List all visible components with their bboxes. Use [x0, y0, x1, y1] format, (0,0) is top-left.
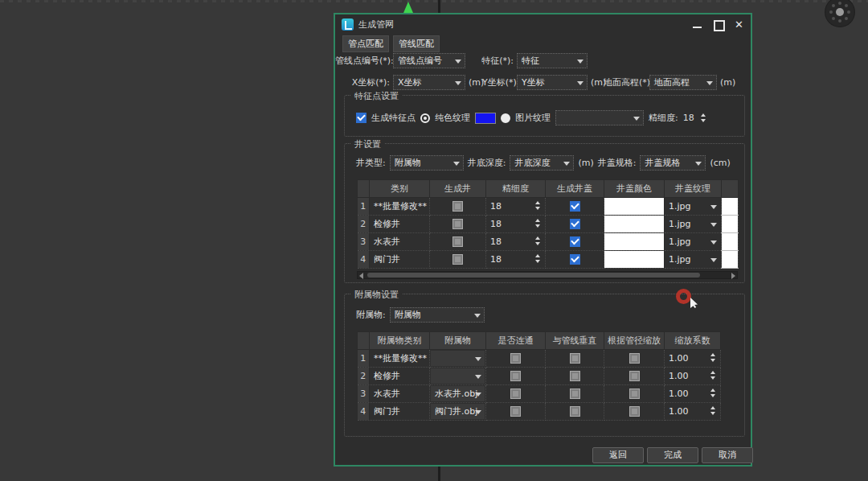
- appendage-table-row: 4 阀门井 阀门井.obj 1.00: [358, 403, 721, 421]
- fineness-spinner[interactable]: [699, 113, 707, 122]
- scale-by-diameter-checkbox[interactable]: [629, 353, 640, 364]
- cover-color-cell[interactable]: [604, 198, 665, 216]
- col-scale-by-diameter: 根据管径缩放: [604, 332, 665, 350]
- scroll-left-icon[interactable]: [359, 273, 363, 279]
- y-coord-select[interactable]: Y坐标: [517, 75, 588, 90]
- fineness-label: 精细度:: [649, 112, 678, 124]
- generate-well-checkbox[interactable]: [452, 201, 463, 212]
- fineness-value: 18: [683, 113, 694, 123]
- cancel-button[interactable]: 取消: [702, 447, 753, 463]
- chevron-down-icon: [710, 240, 717, 245]
- model-select[interactable]: [431, 368, 485, 384]
- connected-checkbox[interactable]: [510, 371, 521, 381]
- scale-spinner[interactable]: [709, 353, 717, 362]
- connected-checkbox[interactable]: [510, 388, 521, 399]
- chevron-down-icon: [475, 410, 481, 414]
- perpendicular-checkbox[interactable]: [570, 371, 580, 381]
- maximize-icon[interactable]: [713, 19, 723, 30]
- cover-spec-select[interactable]: 井盖规格: [640, 155, 706, 171]
- row-number: 2: [358, 368, 370, 385]
- generate-cover-checkbox[interactable]: [570, 201, 580, 212]
- scroll-right-icon[interactable]: [731, 273, 735, 279]
- generate-feature-checkbox[interactable]: [356, 113, 366, 123]
- model-select[interactable]: 阀门井.obj: [431, 404, 485, 419]
- perpendicular-checkbox[interactable]: [570, 406, 580, 417]
- image-texture-radio[interactable]: [501, 113, 510, 123]
- image-texture-select[interactable]: [555, 110, 644, 125]
- cover-texture-select[interactable]: 1.jpg: [665, 216, 722, 233]
- navigation-compass-widget[interactable]: [825, 0, 854, 27]
- cover-color-cell[interactable]: [604, 251, 665, 269]
- perpendicular-checkbox[interactable]: [570, 388, 580, 399]
- model-select[interactable]: 水表井.obj: [431, 386, 485, 401]
- perpendicular-checkbox[interactable]: [570, 353, 580, 364]
- tab-point-match[interactable]: 管点匹配: [342, 35, 389, 52]
- generate-cover-checkbox[interactable]: [570, 219, 580, 229]
- finish-button[interactable]: 完成: [647, 447, 698, 463]
- fineness-spinner[interactable]: [534, 236, 542, 245]
- solid-color-swatch[interactable]: [475, 113, 496, 124]
- model-select[interactable]: [431, 351, 485, 366]
- cover-spec-label: 井盖规格:: [598, 157, 637, 169]
- row-number: 1: [358, 198, 370, 216]
- generate-cover-checkbox[interactable]: [570, 254, 580, 265]
- well-table: 类别 生成井 精细度 生成井盖 井盖颜色 井盖纹理 1 **批量修改** 18 …: [357, 179, 739, 269]
- depth-select[interactable]: 井底深度: [510, 155, 574, 171]
- close-icon[interactable]: ✕: [734, 19, 744, 30]
- cover-color-cell[interactable]: [604, 233, 665, 251]
- scale-spinner[interactable]: [709, 388, 717, 397]
- scale-factor-cell: 1.00: [669, 371, 689, 381]
- back-button[interactable]: 返回: [592, 447, 644, 463]
- chevron-down-icon: [563, 162, 570, 166]
- scale-by-diameter-checkbox[interactable]: [629, 388, 640, 399]
- row-number: 4: [358, 403, 370, 421]
- category-cell: 阀门井: [370, 251, 430, 269]
- well-type-label: 井类型:: [356, 157, 386, 169]
- fineness-spinner[interactable]: [534, 219, 542, 228]
- scale-spinner[interactable]: [709, 406, 717, 415]
- appendage-table-row: 1 **批量修改** 1.00: [358, 350, 721, 368]
- horizontal-scrollbar[interactable]: [357, 271, 738, 279]
- map-grid-dashes: [0, 0, 868, 2]
- titlebar[interactable]: 生成管网 ✕: [335, 14, 751, 34]
- category-cell: **批量修改**: [370, 350, 430, 368]
- tab-line-match[interactable]: 管线匹配: [393, 35, 440, 52]
- chevron-down-icon: [577, 60, 583, 64]
- chevron-down-icon: [475, 393, 481, 397]
- generate-well-checkbox[interactable]: [452, 219, 463, 229]
- feature-select[interactable]: 特征: [517, 53, 588, 68]
- connected-checkbox[interactable]: [510, 353, 521, 364]
- elevation-select[interactable]: 地面高程: [649, 75, 717, 90]
- col-connected: 是否连通: [486, 332, 546, 350]
- appendage-select[interactable]: 附属物: [390, 307, 485, 323]
- generate-well-checkbox[interactable]: [452, 236, 463, 247]
- fineness-cell: 18: [490, 236, 502, 247]
- minimize-icon[interactable]: [692, 19, 702, 30]
- scrollbar-thumb[interactable]: [367, 273, 700, 278]
- category-cell: 检修井: [370, 368, 430, 385]
- col-fineness: 精细度: [486, 180, 546, 198]
- fineness-spinner[interactable]: [534, 201, 542, 210]
- generate-feature-label: 生成特征点: [371, 112, 416, 124]
- col-generate-cover: 生成井盖: [546, 180, 604, 198]
- point-id-select[interactable]: 管线点编号: [393, 53, 465, 68]
- scale-by-diameter-checkbox[interactable]: [629, 406, 640, 417]
- scale-spinner[interactable]: [709, 371, 717, 380]
- fineness-spinner[interactable]: [534, 254, 542, 263]
- chevron-down-icon: [455, 81, 461, 85]
- extra-cell: [722, 233, 739, 251]
- cover-color-cell[interactable]: [604, 216, 665, 233]
- cover-texture-select[interactable]: 1.jpg: [665, 198, 722, 216]
- well-table-row: 3 水表井 18 1.jpg: [358, 233, 739, 251]
- cover-texture-select[interactable]: 1.jpg: [665, 233, 722, 251]
- generate-cover-checkbox[interactable]: [570, 236, 580, 247]
- x-coord-select[interactable]: X坐标: [393, 75, 465, 90]
- scale-by-diameter-checkbox[interactable]: [629, 371, 640, 381]
- generate-well-checkbox[interactable]: [452, 254, 463, 265]
- solid-texture-radio[interactable]: [420, 113, 430, 123]
- well-table-row: 1 **批量修改** 18 1.jpg: [358, 198, 739, 216]
- connected-checkbox[interactable]: [510, 406, 521, 417]
- well-settings-group: 井设置 井类型: 附属物 井底深度: 井底深度 (m) 井盖规格: 井盖规格 (…: [344, 143, 745, 283]
- cover-texture-select[interactable]: 1.jpg: [665, 251, 722, 269]
- well-type-select[interactable]: 附属物: [390, 155, 464, 171]
